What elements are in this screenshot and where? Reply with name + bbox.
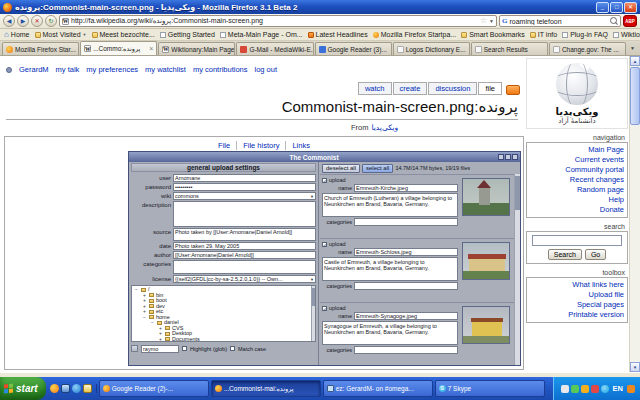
browser-quicklaunch-icon[interactable] bbox=[72, 384, 81, 393]
url-input[interactable] bbox=[71, 18, 478, 25]
match-case-checkbox-label: Match case bbox=[238, 346, 266, 352]
links-link[interactable]: Links bbox=[285, 141, 316, 150]
tree-item: / bbox=[148, 287, 150, 293]
bookmark-item-wiktionaryz[interactable]: WiktionaryZ bbox=[613, 31, 640, 38]
file-link[interactable]: File bbox=[212, 141, 236, 150]
site-link[interactable]: ویکی‌پدیا bbox=[372, 123, 399, 132]
taskbar-item-commonist-page[interactable]: پرونده:Commonist-mai... bbox=[211, 380, 321, 397]
browser-tab-firefox-start[interactable]: Mozilla Firefox Star... bbox=[2, 42, 79, 55]
search-button[interactable]: Search bbox=[548, 249, 582, 260]
discussion-tab[interactable]: discussion bbox=[428, 82, 477, 95]
scroll-down-arrow[interactable]: ▼ bbox=[630, 362, 640, 372]
file-tab[interactable]: file bbox=[478, 82, 502, 95]
commonist-titlebar: The Commonist bbox=[129, 152, 520, 162]
search-icon[interactable] bbox=[610, 17, 618, 25]
browser-tab-logos-dictionary[interactable]: Logos Dictionary E... bbox=[393, 42, 470, 55]
minimize-button[interactable]: _ bbox=[596, 2, 609, 13]
tray-icon[interactable] bbox=[561, 385, 569, 393]
my-preferences-link[interactable]: my preferences bbox=[86, 65, 138, 74]
sidebar-item-community-portal[interactable]: Community portal bbox=[530, 165, 624, 175]
sidebar-item-recent-changes[interactable]: Recent changes bbox=[530, 175, 624, 185]
bookmark-item-firefox-startpage[interactable]: Mozilla Firefox Startpa... bbox=[373, 31, 456, 38]
firefox-quicklaunch-icon[interactable] bbox=[50, 384, 59, 393]
log-out-link[interactable]: log out bbox=[255, 65, 278, 74]
bookmark-folder-it-info[interactable]: IT info bbox=[530, 31, 557, 38]
web-search-input[interactable] bbox=[509, 18, 608, 25]
scrollbar-thumb[interactable] bbox=[630, 67, 640, 125]
mail-quicklaunch-icon[interactable] bbox=[83, 384, 92, 393]
categories-field bbox=[173, 260, 316, 274]
browser-tab-wiktionary[interactable]: WWiktionary:Main Page... bbox=[158, 42, 235, 55]
adblock-icon[interactable]: ABP bbox=[623, 15, 637, 27]
sidebar-item-printable-version[interactable]: Printable version bbox=[530, 310, 624, 320]
bookmark-item-latest-headlines[interactable]: Latest Headlines bbox=[308, 31, 368, 38]
forward-button[interactable]: ▶ bbox=[17, 15, 29, 27]
sidebar-item-random-page[interactable]: Random page bbox=[530, 185, 624, 195]
firefox-icon bbox=[103, 385, 110, 392]
source-field: Photo taken by [[User:Arnomane|Daniel Ar… bbox=[173, 228, 316, 241]
file-name-field: Ermreuth-Kirche.jpeg bbox=[354, 184, 458, 192]
bookmark-folder-meest-bezochte[interactable]: Meest bezochte... bbox=[92, 31, 155, 38]
taskbar-item-skype[interactable]: S7 Skype bbox=[435, 380, 545, 397]
skype-tray-icon[interactable] bbox=[601, 385, 609, 393]
sidebar-item-current-events[interactable]: Current events bbox=[530, 155, 624, 165]
deselect-all-button: deselect all bbox=[322, 164, 360, 173]
browser-tab-commonist-file[interactable]: Wپرونده:Commo...× bbox=[80, 41, 157, 55]
browser-tab-search-results[interactable]: Search Results bbox=[471, 42, 548, 55]
sidebar-item-donate[interactable]: Donate bbox=[530, 205, 624, 215]
my-watchlist-link[interactable]: my watchlist bbox=[145, 65, 186, 74]
taskbar-item-google-reader[interactable]: Google Reader (2)-... bbox=[99, 380, 209, 397]
reload-button[interactable]: ↻ bbox=[45, 15, 57, 27]
file-history-link[interactable]: File history bbox=[236, 141, 285, 150]
bookmark-star-icon[interactable]: ☆ bbox=[480, 17, 487, 25]
watch-tab[interactable]: watch bbox=[358, 82, 392, 95]
bookmark-folder-smart-bookmarks[interactable]: Smart Bookmarks bbox=[461, 31, 525, 38]
browser-tab-gmail[interactable]: G-Mail - MediaWiki-E... bbox=[236, 42, 313, 55]
tray-icon[interactable] bbox=[571, 385, 579, 393]
page-scrollbar[interactable]: ▲ ▼ bbox=[629, 56, 640, 372]
sidebar-item-help[interactable]: Help bbox=[530, 195, 624, 205]
wikipedia-favicon: W bbox=[162, 46, 169, 53]
bookmark-folder-most-visited[interactable]: Most Visited▼ bbox=[35, 31, 87, 38]
stop-button[interactable]: ✕ bbox=[31, 15, 43, 27]
folder-icon bbox=[461, 32, 467, 38]
sidebar-item-special-pages[interactable]: Special pages bbox=[530, 300, 624, 310]
tray-icon[interactable] bbox=[627, 385, 635, 393]
file-image-commonist-screenshot[interactable]: The Commonist general upload settings us… bbox=[128, 151, 521, 366]
url-dropdown-icon[interactable]: ▼ bbox=[489, 18, 494, 24]
start-button[interactable]: start bbox=[0, 377, 46, 400]
create-tab[interactable]: create bbox=[393, 82, 428, 95]
my-talk-link[interactable]: my talk bbox=[56, 65, 80, 74]
sidebar-item-main-page[interactable]: Main Page bbox=[530, 145, 624, 155]
scroll-up-arrow[interactable]: ▲ bbox=[630, 56, 640, 66]
close-button[interactable]: ✕ bbox=[624, 2, 637, 13]
tree-knob: − bbox=[142, 315, 147, 321]
taskbar-item-irc[interactable]: ez: GerardM- on #omega... bbox=[323, 380, 433, 397]
tab-close-icon[interactable]: × bbox=[149, 45, 153, 52]
show-desktop-icon[interactable] bbox=[61, 384, 70, 393]
language-indicator[interactable]: EN bbox=[611, 384, 625, 393]
go-button[interactable]: Go bbox=[585, 249, 606, 260]
bookmark-item-meta-main-page[interactable]: Meta-Main Page - Om... bbox=[220, 31, 303, 38]
bookmark-item-getting-started[interactable]: Getting Started bbox=[160, 31, 215, 38]
window-titlebar: پرونده:Commonist-main-screen.png - ویکی‌… bbox=[0, 0, 640, 14]
my-contributions-link[interactable]: my contributions bbox=[193, 65, 248, 74]
tray-icon[interactable] bbox=[591, 385, 599, 393]
sidebar-search-input[interactable] bbox=[532, 235, 622, 246]
sidebar-item-what-links-here[interactable]: What links here bbox=[530, 280, 624, 290]
wikipedia-logo[interactable]: ویکی‌پدیا دانشنامهٔ آزاد bbox=[526, 58, 628, 129]
file-entry: ✓upload nameErmreuth-Kirche.jpeg Church … bbox=[320, 174, 514, 238]
search-portlet: search Search Go bbox=[526, 223, 628, 264]
browser-tab-change-gov[interactable]: Change.gov: The ... bbox=[549, 42, 626, 55]
google-icon[interactable]: G bbox=[502, 17, 507, 25]
browser-tab-google-reader[interactable]: Google Reader (3)... bbox=[315, 42, 392, 55]
bookmark-item-plugin-faq[interactable]: Plug-in FAQ bbox=[562, 31, 608, 38]
maximize-button[interactable]: □ bbox=[610, 2, 623, 13]
bookmark-item-home[interactable]: ⌂Home bbox=[4, 31, 30, 38]
tray-icon[interactable] bbox=[581, 385, 589, 393]
sidebar-item-upload-file[interactable]: Upload file bbox=[530, 290, 624, 300]
folder-icon bbox=[149, 304, 154, 308]
user-page-link[interactable]: GerardM bbox=[19, 65, 49, 74]
back-button[interactable]: ◀ bbox=[3, 15, 15, 27]
list-all-tabs-button[interactable]: ▼ bbox=[627, 42, 638, 55]
